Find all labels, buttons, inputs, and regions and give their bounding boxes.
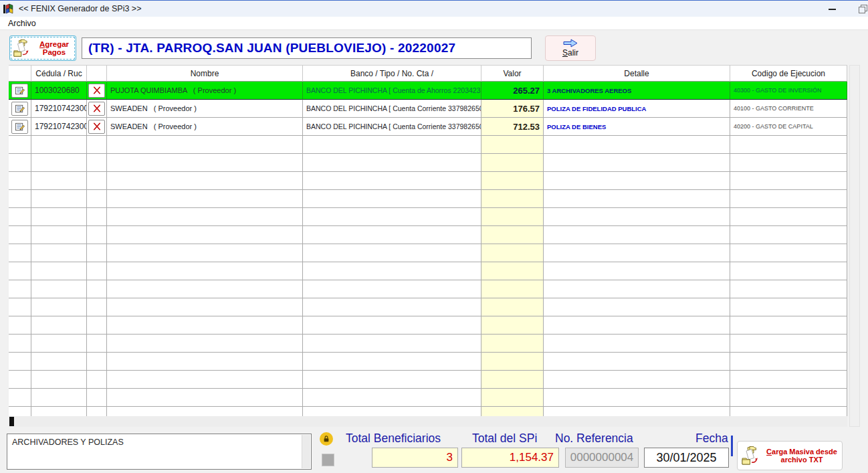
total-beneficiarios-field: 3	[372, 448, 458, 468]
edit-row-button[interactable]	[11, 102, 28, 116]
total-spi-field: 1,154.37	[461, 448, 559, 468]
titlebar: << FENIX Generador de SPi3 >>	[0, 1, 868, 17]
row-cell-banco: BANCO DEL PICHINCHA [ Cuenta Corriente 3…	[303, 100, 481, 118]
empty-row[interactable]	[9, 407, 847, 417]
empty-row[interactable]	[9, 280, 847, 298]
divider-rule	[731, 436, 733, 456]
empty-row[interactable]	[9, 244, 847, 262]
grid-header: Cédula / Ruc Nombre Banco / Tipo / No. C…	[9, 66, 847, 82]
row-cell-delete	[87, 118, 107, 136]
delete-row-button[interactable]	[88, 102, 105, 116]
row-cell-codigo: 40100 - GASTO CORRIENTE	[730, 100, 847, 118]
empty-row[interactable]	[9, 316, 847, 335]
row-cell-edit	[9, 100, 31, 118]
empty-row[interactable]	[9, 172, 847, 190]
payments-grid: Cédula / Ruc Nombre Banco / Tipo / No. C…	[9, 65, 847, 416]
row-cell-edit	[9, 118, 31, 136]
lock-badge[interactable]	[320, 432, 333, 446]
no-referencia-field: 0000000004	[565, 448, 639, 468]
empty-row[interactable]	[9, 371, 847, 389]
fecha-field[interactable]: 30/01/2025	[644, 448, 729, 468]
row-cell-codigo: 40300 - GASTO DE INVERSIÓN	[730, 82, 847, 100]
grid-horizontal-scrollbar[interactable]	[9, 416, 847, 427]
salir-label: Salir	[562, 48, 578, 58]
horizontal-scrollbar-thumb[interactable]	[9, 417, 14, 426]
col-header-nombre[interactable]: Nombre	[107, 66, 303, 82]
row-cell-delete	[87, 82, 107, 100]
row-cell-banco: BANCO DEL PICHINCHA [ Cuenta de Ahorros …	[303, 82, 481, 100]
row-cell-delete	[87, 100, 107, 118]
row-cell-valor: 176.57	[481, 100, 544, 118]
col-header-banco[interactable]: Banco / Tipo / No. Cta /	[303, 66, 481, 82]
empty-row[interactable]	[9, 335, 847, 353]
row-cell-cedula: 1003020680	[31, 82, 87, 100]
row-cell-codigo: 40200 - GASTO DE CAPITAL	[730, 118, 847, 136]
row-cell-valor: 265.27	[481, 82, 544, 100]
padlock-icon	[322, 435, 330, 443]
col-header-delete	[87, 66, 107, 82]
agregar-pagos-button[interactable]: Agregar Pagos	[9, 35, 76, 61]
minimize-button[interactable]	[823, 1, 841, 17]
folder-transfer-icon	[741, 445, 762, 466]
empty-row[interactable]	[9, 190, 847, 208]
row-cell-detalle: POLIZA DE BIENES	[544, 118, 730, 136]
menubar: Archivo	[0, 17, 868, 30]
red-x-icon	[93, 122, 101, 130]
table-row[interactable]: 1003020680PUJOTA QUIMBIAMBA ( Proveedor …	[9, 82, 847, 100]
row-cell-valor: 712.53	[481, 118, 544, 136]
entity-title-field[interactable]: (TR) - JTA. PARROQ.SAN JUAN (PUEBLOVIEJO…	[82, 37, 532, 59]
col-header-detalle[interactable]: Detalle	[544, 66, 730, 82]
empty-row[interactable]	[9, 136, 847, 154]
notes-scrollbar[interactable]	[302, 435, 310, 468]
arrow-right-icon	[562, 39, 578, 48]
row-cell-banco: BANCO DEL PICHINCHA [ Cuenta Corriente 3…	[303, 118, 481, 136]
row-cell-nombre: SWEADEN ( Proveedor )	[107, 100, 303, 118]
empty-row[interactable]	[9, 208, 847, 226]
col-header-cedula[interactable]: Cédula / Ruc	[31, 66, 87, 82]
grid-rows: 1003020680PUJOTA QUIMBIAMBA ( Proveedor …	[9, 82, 847, 417]
menu-archivo[interactable]: Archivo	[5, 18, 39, 29]
app-icon	[3, 3, 15, 15]
row-cell-detalle: POLIZA DE FIDELIDAD PUBLICA	[544, 100, 730, 118]
notes-textarea[interactable]: ARCHIVADORES Y POLIZAS	[7, 434, 312, 470]
no-referencia-label: No. Referencia	[555, 432, 633, 446]
salir-button[interactable]: Salir	[545, 35, 596, 61]
row-cell-detalle: 3 ARCHIVADORES AEREOS	[544, 82, 730, 100]
empty-row[interactable]	[9, 389, 847, 407]
col-header-edit	[9, 66, 31, 82]
table-row[interactable]: 1792107423001SWEADEN ( Proveedor )BANCO …	[9, 100, 847, 118]
restore-button[interactable]	[853, 1, 868, 17]
row-cell-cedula: 1792107423001	[31, 100, 87, 118]
row-cell-nombre: PUJOTA QUIMBIAMBA ( Proveedor )	[107, 82, 303, 100]
empty-row[interactable]	[9, 226, 847, 244]
col-header-valor[interactable]: Valor	[481, 66, 544, 82]
delete-row-button[interactable]	[88, 120, 105, 134]
edit-form-icon	[15, 86, 25, 96]
empty-row[interactable]	[9, 262, 847, 280]
table-row[interactable]: 1792107423001SWEADEN ( Proveedor )BANCO …	[9, 118, 847, 136]
empty-row[interactable]	[9, 298, 847, 316]
delete-row-button[interactable]	[88, 84, 105, 98]
notes-text: ARCHIVADORES Y POLIZAS	[12, 438, 124, 447]
row-cell-edit	[9, 82, 31, 100]
fenix-window: << FENIX Generador de SPi3 >> Archivo Ag…	[0, 0, 868, 473]
window-title: << FENIX Generador de SPi3 >>	[19, 4, 141, 13]
status-square[interactable]	[322, 454, 334, 466]
folder-transfer-icon	[13, 38, 33, 58]
carga-masiva-button[interactable]: Carga Masiva desde archivo TXT	[737, 441, 843, 470]
empty-row[interactable]	[9, 154, 847, 172]
red-x-icon	[93, 86, 101, 94]
carga-masiva-label: Carga Masiva desde archivo TXT	[765, 448, 839, 464]
restore-icon	[859, 5, 867, 13]
edit-row-button[interactable]	[11, 84, 28, 98]
edit-row-button[interactable]	[11, 120, 28, 134]
empty-row[interactable]	[9, 353, 847, 371]
total-spi-label: Total del SPi	[472, 432, 537, 446]
col-header-codigo[interactable]: Codigo de Ejecucion	[730, 66, 847, 82]
red-x-icon	[93, 104, 101, 112]
edit-form-icon	[15, 122, 25, 132]
grid-vertical-scrollbar[interactable]	[849, 65, 860, 427]
total-beneficiarios-label: Total Beneficiarios	[346, 432, 441, 446]
fecha-label: Fecha	[695, 432, 728, 446]
row-cell-cedula: 1792107423001	[31, 118, 87, 136]
